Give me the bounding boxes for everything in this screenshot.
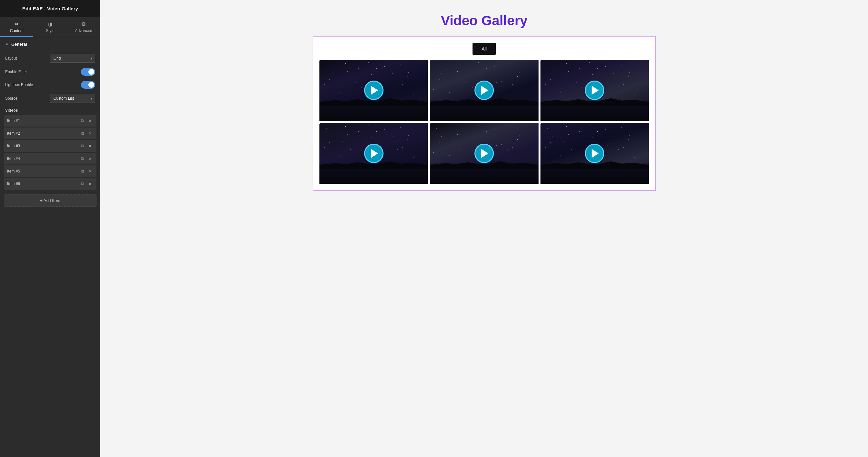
lightbox-enable-row: Lightbox Enable — [0, 78, 100, 91]
section-title: General — [11, 42, 27, 47]
ground-2 — [430, 100, 538, 121]
item-4-duplicate-btn[interactable]: ⧉ — [80, 155, 85, 162]
layout-control: Grid Masonry Carousel — [50, 54, 95, 63]
videos-section-label: Videos — [0, 105, 100, 114]
item-6-duplicate-btn[interactable]: ⧉ — [80, 181, 85, 187]
enable-filter-toggle[interactable] — [81, 68, 95, 76]
general-section-header[interactable]: ▼ General — [0, 37, 100, 51]
filter-bar: All — [319, 43, 649, 55]
tabs-row: ✏ Content ◑ Style ⚙ Advanced — [0, 17, 100, 37]
lightbox-control — [52, 81, 95, 89]
item-4-label: Item #4 — [7, 156, 78, 161]
tab-advanced-label: Advanced — [75, 29, 92, 33]
sidebar: Edit EAE - Video Gallery ✏ Content ◑ Sty… — [0, 0, 100, 457]
item-3-delete-btn[interactable]: ✕ — [87, 143, 93, 149]
panel-title: Edit EAE - Video Gallery — [0, 0, 100, 17]
source-field-row: Source Custom List Media Library — [0, 91, 100, 105]
layout-dropdown[interactable]: Grid Masonry Carousel — [50, 54, 95, 63]
add-item-button[interactable]: + Add Item — [4, 194, 96, 207]
ground-5 — [430, 162, 538, 184]
play-button-1[interactable] — [364, 81, 383, 100]
enable-filter-row: Enable Filter — [0, 65, 100, 78]
tab-style-label: Style — [46, 29, 55, 33]
source-label: Source — [5, 96, 46, 101]
item-2-duplicate-btn[interactable]: ⧉ — [80, 130, 85, 136]
ground-6 — [540, 162, 649, 184]
item-4-delete-btn[interactable]: ✕ — [87, 156, 93, 162]
source-control: Custom List Media Library — [50, 94, 95, 103]
video-thumb-6[interactable] — [540, 123, 649, 184]
play-button-5[interactable] — [474, 144, 494, 163]
video-thumb-4[interactable] — [319, 123, 428, 184]
lightbox-label: Lightbox Enable — [5, 83, 49, 87]
source-dropdown-wrapper: Custom List Media Library — [50, 94, 95, 103]
items-list: Item #1 ⧉ ✕ Item #2 ⧉ ✕ Item #3 ⧉ ✕ Item… — [0, 114, 100, 191]
tab-advanced[interactable]: ⚙ Advanced — [67, 17, 100, 37]
advanced-icon: ⚙ — [81, 21, 86, 27]
enable-filter-control — [52, 68, 95, 76]
tab-style[interactable]: ◑ Style — [33, 17, 67, 37]
gallery-container: All — [313, 36, 656, 191]
enable-filter-label: Enable Filter — [5, 69, 49, 74]
item-2-delete-btn[interactable]: ✕ — [87, 130, 93, 136]
layout-field-row: Layout Grid Masonry Carousel — [0, 51, 100, 65]
play-button-6[interactable] — [585, 144, 604, 163]
layout-dropdown-wrapper: Grid Masonry Carousel — [50, 54, 95, 63]
item-3-label: Item #3 — [7, 144, 78, 148]
lightbox-toggle[interactable] — [81, 81, 95, 89]
ground-1 — [319, 100, 428, 121]
item-5-label: Item #5 — [7, 169, 78, 174]
item-1-duplicate-btn[interactable]: ⧉ — [80, 118, 85, 124]
play-button-3[interactable] — [585, 81, 604, 100]
style-icon: ◑ — [48, 21, 53, 27]
item-5-delete-btn[interactable]: ✕ — [87, 168, 93, 175]
item-6-delete-btn[interactable]: ✕ — [87, 181, 93, 187]
main-content: Video Gallery All — [100, 0, 868, 457]
list-item: Item #2 ⧉ ✕ — [4, 127, 96, 139]
filter-all-button[interactable]: All — [472, 43, 496, 55]
item-6-label: Item #6 — [7, 182, 78, 186]
tab-content[interactable]: ✏ Content — [0, 17, 33, 37]
play-button-4[interactable] — [364, 144, 383, 163]
gallery-title: Video Gallery — [441, 13, 528, 29]
item-1-label: Item #1 — [7, 118, 78, 123]
video-grid — [319, 60, 649, 184]
layout-label: Layout — [5, 56, 46, 61]
play-button-2[interactable] — [474, 81, 494, 100]
source-dropdown[interactable]: Custom List Media Library — [50, 94, 95, 103]
list-item: Item #5 ⧉ ✕ — [4, 165, 96, 177]
video-thumb-5[interactable] — [430, 123, 538, 184]
content-icon: ✏ — [14, 21, 19, 27]
tab-content-label: Content — [10, 29, 24, 33]
item-3-duplicate-btn[interactable]: ⧉ — [80, 143, 85, 149]
item-5-duplicate-btn[interactable]: ⧉ — [80, 168, 85, 175]
video-thumb-3[interactable] — [540, 60, 649, 121]
list-item: Item #1 ⧉ ✕ — [4, 115, 96, 126]
video-thumb-1[interactable] — [319, 60, 428, 121]
list-item: Item #4 ⧉ ✕ — [4, 153, 96, 164]
list-item: Item #3 ⧉ ✕ — [4, 140, 96, 152]
item-1-delete-btn[interactable]: ✕ — [87, 118, 93, 124]
ground-3 — [540, 100, 649, 121]
ground-4 — [319, 162, 428, 184]
item-2-label: Item #2 — [7, 131, 78, 135]
list-item: Item #6 ⧉ ✕ — [4, 178, 96, 190]
video-thumb-2[interactable] — [430, 60, 538, 121]
section-arrow: ▼ — [5, 42, 9, 46]
